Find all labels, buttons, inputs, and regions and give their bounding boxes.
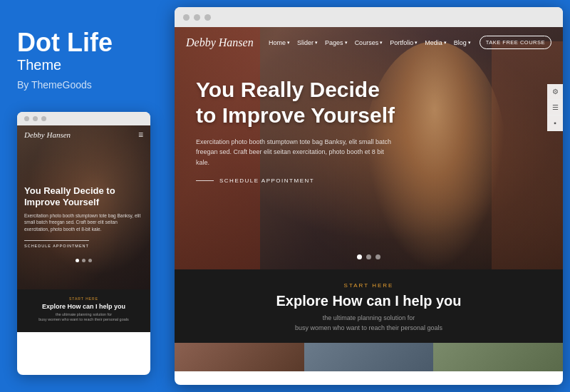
mini-slide-dots — [17, 259, 150, 262]
mini-browser-preview: Debby Hansen ≡ You Really Decide to Impr… — [17, 112, 150, 375]
site-hero-divider-line — [196, 180, 214, 181]
right-sidebar-icons: ⚙ ☰ ▪ — [547, 84, 563, 131]
mini-slide-dot-2 — [82, 259, 86, 262]
site-hero-description: Exercitation photo booth stumptown tote … — [196, 137, 395, 167]
mini-hamburger-icon: ≡ — [138, 130, 143, 140]
main-dot-yellow — [194, 14, 200, 21]
mini-explore-sub2: busy women who want to reach their perso… — [24, 317, 143, 323]
mini-slide-dot-3 — [88, 259, 92, 262]
sidebar-icon-menu[interactable]: ☰ — [547, 100, 563, 115]
nav-link-home[interactable]: Home ▾ — [269, 39, 290, 46]
take-free-course-button[interactable]: TAKE FREE COURSE — [480, 36, 551, 49]
mini-hero-description: Exercitation photo booth stumptown tote … — [24, 212, 143, 232]
nav-link-blog[interactable]: Blog ▾ — [454, 39, 471, 46]
start-here-label: START HERE — [189, 282, 549, 289]
mini-explore-title: Explore How can I help you — [24, 303, 143, 310]
nav-link-slider[interactable]: Slider ▾ — [297, 39, 318, 46]
main-browser-bar — [175, 7, 563, 27]
left-panel: Dot Life Theme By ThemeGoods Debby Hanse… — [0, 0, 167, 392]
mini-dot-yellow — [33, 116, 38, 121]
mini-bottom-section: START HERE Explore How can I help you th… — [17, 289, 150, 332]
theme-title: Dot Life Theme By ThemeGoods — [17, 29, 150, 112]
bottom-image-3 — [433, 343, 563, 371]
site-nav-links: Home ▾ Slider ▾ Pages ▾ Courses ▾ Portfo… — [269, 39, 471, 46]
mini-browser-content: Debby Hansen ≡ You Really Decide to Impr… — [17, 125, 150, 373]
mini-start-here: START HERE — [24, 296, 143, 301]
site-hero-cta: SCHEDULE APPOINTMENT — [196, 177, 395, 184]
mini-dot-green — [41, 116, 46, 121]
site-bottom-section: START HERE Explore How can I help you th… — [175, 269, 563, 343]
bottom-image-1 — [175, 343, 304, 371]
site-nav: Debby Hansen Home ▾ Slider ▾ Pages ▾ Cou… — [175, 27, 563, 58]
bottom-image-strip — [175, 343, 563, 371]
hero-slide-dot-1[interactable] — [357, 254, 362, 259]
site-hero-text: You Really Decide to Improve Yourself Ex… — [196, 77, 395, 184]
site-hero-title: You Really Decide to Improve Yourself — [196, 77, 395, 128]
site-hero-slide-dots — [175, 254, 563, 259]
main-dot-red — [183, 14, 190, 21]
main-browser: Debby Hansen Home ▾ Slider ▾ Pages ▾ Cou… — [175, 7, 563, 385]
mini-dot-red — [24, 116, 29, 121]
explore-sub1: the ultimate planning solution for — [189, 314, 549, 324]
site-hero: You Really Decide to Improve Yourself Ex… — [175, 27, 563, 269]
mini-browser-bar — [17, 112, 150, 125]
nav-link-pages[interactable]: Pages ▾ — [325, 39, 348, 46]
hero-slide-dot-2[interactable] — [366, 254, 371, 259]
bottom-image-2 — [304, 343, 434, 371]
site-hero-cta-text[interactable]: SCHEDULE APPOINTMENT — [219, 177, 314, 184]
mini-site-logo: Debby Hansen — [24, 130, 71, 139]
mini-hero-title: You Really Decide to Improve Yourself — [24, 185, 143, 210]
nav-link-media[interactable]: Media ▾ — [425, 39, 447, 46]
mini-hero-text: You Really Decide to Improve Yourself Ex… — [24, 185, 143, 250]
mini-hero-image: Debby Hansen ≡ You Really Decide to Impr… — [17, 125, 150, 289]
mini-cta-button: SCHEDULE APPOINTMENT — [24, 240, 89, 248]
mini-explore-sub1: the ultimate planning solution for — [24, 312, 143, 318]
nav-link-portfolio[interactable]: Portfolio ▾ — [390, 39, 418, 46]
explore-title: Explore How can I help you — [189, 293, 549, 309]
mini-slide-dot-1 — [76, 259, 79, 262]
site-logo: Debby Hansen — [186, 36, 254, 49]
explore-sub2: busy women who want to reach their perso… — [189, 324, 549, 334]
mini-nav: Debby Hansen ≡ — [17, 125, 150, 144]
hero-slide-dot-3[interactable] — [375, 254, 380, 259]
sidebar-icon-settings[interactable]: ⚙ — [547, 84, 563, 100]
main-dot-green — [204, 14, 211, 21]
main-browser-content: Debby Hansen Home ▾ Slider ▾ Pages ▾ Cou… — [175, 27, 563, 385]
right-panel: Debby Hansen Home ▾ Slider ▾ Pages ▾ Cou… — [167, 0, 570, 392]
sidebar-icon-grid[interactable]: ▪ — [547, 115, 563, 131]
nav-link-courses[interactable]: Courses ▾ — [355, 39, 383, 46]
